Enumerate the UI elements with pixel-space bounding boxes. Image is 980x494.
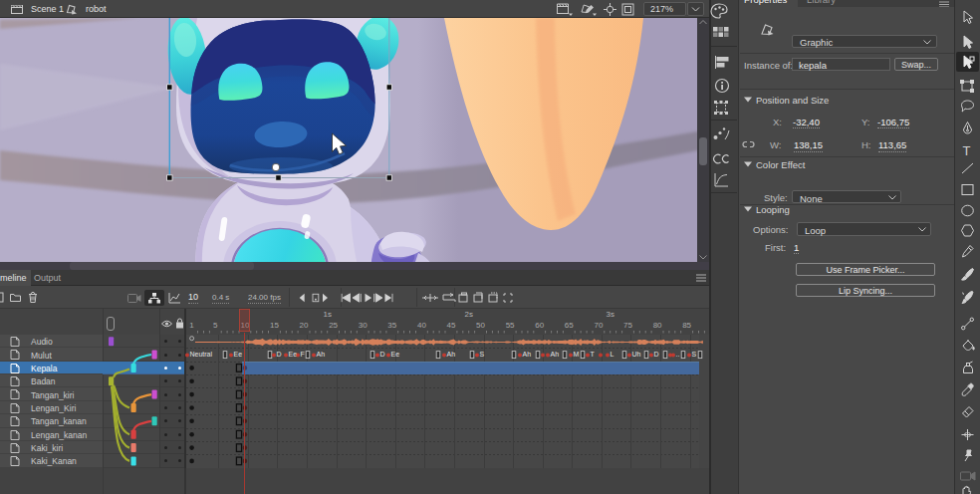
svg-text:T: T — [963, 143, 971, 158]
